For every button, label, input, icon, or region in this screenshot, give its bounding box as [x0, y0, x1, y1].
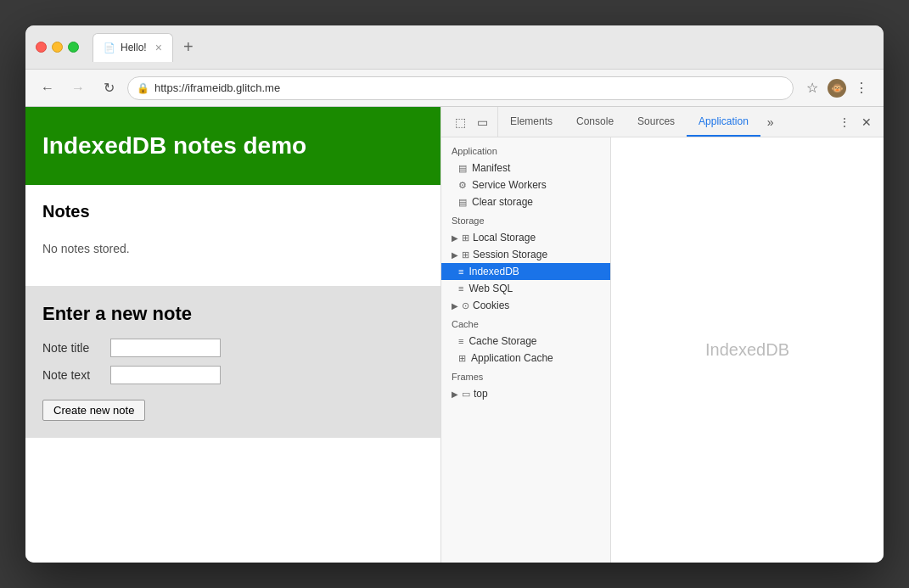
- lock-icon: 🔒: [137, 82, 149, 94]
- tab-console[interactable]: Console: [564, 107, 626, 137]
- devtools-sidebar: Application ▤ Manifest ⚙ Service Workers…: [441, 137, 611, 563]
- webpage: IndexedDB notes demo Notes No notes stor…: [25, 107, 441, 563]
- nav-bar: ← → ↻ 🔒 https://iframeidb.glitch.me ☆ 🐵 …: [25, 70, 884, 107]
- main-area: IndexedDB notes demo Notes No notes stor…: [25, 107, 884, 563]
- local-storage-label: Local Storage: [473, 232, 536, 244]
- indexeddb-icon: ≡: [458, 266, 463, 277]
- local-storage-icon: ⊞: [462, 232, 469, 244]
- notes-section-title: Notes: [42, 202, 424, 221]
- browser-menu-icon[interactable]: ⋮: [850, 76, 873, 100]
- no-notes-text: No notes stored.: [42, 235, 424, 269]
- tab-sources[interactable]: Sources: [626, 107, 687, 137]
- bookmark-icon[interactable]: ☆: [800, 76, 824, 100]
- note-title-input[interactable]: [110, 339, 221, 357]
- minimize-button[interactable]: [52, 42, 63, 53]
- new-tab-button[interactable]: +: [177, 36, 200, 59]
- traffic-lights: [36, 42, 79, 53]
- address-bar[interactable]: 🔒 https://iframeidb.glitch.me: [127, 76, 794, 100]
- top-frame-icon: ▭: [462, 389, 470, 400]
- title-bar: 📄 Hello! × +: [25, 25, 884, 70]
- service-workers-icon: ⚙: [458, 180, 467, 191]
- close-button[interactable]: [36, 42, 47, 53]
- top-frame-expand-icon: ▶: [452, 389, 458, 399]
- storage-section-header: Storage: [441, 210, 610, 229]
- tab-elements[interactable]: Elements: [498, 107, 564, 137]
- devtools-actions: ⋮ ✕: [831, 112, 880, 132]
- session-storage-label: Session Storage: [473, 249, 547, 260]
- cache-section-header: Cache: [441, 314, 610, 333]
- create-note-button[interactable]: Create new note: [42, 400, 145, 421]
- new-note-section: Enter a new note Note title Note text Cr…: [25, 286, 440, 438]
- sidebar-item-application-cache[interactable]: ⊞ Application Cache: [441, 350, 610, 367]
- tab-title: Hello!: [121, 42, 147, 53]
- devtools-body: Application ▤ Manifest ⚙ Service Workers…: [441, 137, 884, 563]
- sidebar-item-indexeddb[interactable]: ≡ IndexedDB: [441, 263, 610, 280]
- cache-storage-icon: ≡: [458, 336, 463, 346]
- browser-tab[interactable]: 📄 Hello! ×: [93, 33, 173, 62]
- application-section-header: Application: [441, 141, 610, 160]
- note-text-input[interactable]: [110, 366, 221, 384]
- sidebar-item-session-storage[interactable]: ▶ ⊞ Session Storage: [441, 246, 610, 263]
- sidebar-item-local-storage[interactable]: ▶ ⊞ Local Storage: [441, 229, 610, 246]
- sidebar-item-top-frame[interactable]: ▶ ▭ top: [441, 385, 610, 402]
- cookies-expand-icon: ▶: [452, 301, 458, 311]
- sidebar-item-web-sql[interactable]: ≡ Web SQL: [441, 280, 610, 297]
- sidebar-item-clear-storage[interactable]: ▤ Clear storage: [441, 193, 610, 210]
- sidebar-item-service-workers[interactable]: ⚙ Service Workers: [441, 176, 610, 193]
- note-title-row: Note title: [42, 339, 424, 357]
- sidebar-item-manifest[interactable]: ▤ Manifest: [441, 160, 610, 176]
- indexeddb-label: IndexedDB: [469, 266, 519, 277]
- devtools-placeholder: IndexedDB: [705, 340, 789, 360]
- cookies-label: Cookies: [473, 300, 509, 311]
- maximize-button[interactable]: [68, 42, 79, 53]
- device-toggle-icon[interactable]: ▭: [472, 112, 492, 132]
- clear-storage-icon: ▤: [458, 197, 467, 208]
- sidebar-item-cookies[interactable]: ▶ ⊙ Cookies: [441, 297, 610, 314]
- note-text-row: Note text: [42, 366, 424, 384]
- web-sql-icon: ≡: [458, 283, 463, 294]
- back-button[interactable]: ←: [36, 76, 59, 100]
- application-cache-icon: ⊞: [458, 353, 466, 364]
- devtools-settings-icon[interactable]: ⋮: [834, 112, 855, 132]
- tab-bar: 📄 Hello! × +: [93, 33, 873, 62]
- sidebar-item-cache-storage[interactable]: ≡ Cache Storage: [441, 333, 610, 350]
- service-workers-label: Service Workers: [472, 179, 547, 191]
- devtools-toolbar: ⬚ ▭ Elements Console Sources Application: [441, 107, 884, 137]
- session-storage-expand-icon: ▶: [452, 250, 458, 260]
- local-storage-expand-icon: ▶: [452, 233, 458, 243]
- form-title: Enter a new note: [42, 303, 424, 325]
- devtools-tabs: Elements Console Sources Application »: [498, 107, 831, 137]
- nav-icons: ☆ 🐵 ⋮: [800, 76, 873, 100]
- reload-button[interactable]: ↻: [97, 76, 121, 100]
- note-title-label: Note title: [42, 341, 110, 355]
- devtools-main-content: IndexedDB: [611, 137, 884, 563]
- page-body: Notes No notes stored.: [25, 185, 440, 286]
- url-text: https://iframeidb.glitch.me: [154, 81, 784, 94]
- page-header: IndexedDB notes demo: [25, 107, 440, 185]
- devtools-close-icon[interactable]: ✕: [856, 112, 877, 132]
- tab-application[interactable]: Application: [687, 107, 760, 137]
- top-frame-label: top: [474, 388, 488, 400]
- application-cache-label: Application Cache: [471, 352, 553, 364]
- page-title: IndexedDB notes demo: [42, 132, 424, 160]
- more-tabs-button[interactable]: »: [760, 115, 781, 129]
- manifest-label: Manifest: [472, 162, 510, 174]
- frames-section-header: Frames: [441, 367, 610, 385]
- manifest-icon: ▤: [458, 163, 467, 174]
- clear-storage-label: Clear storage: [472, 196, 533, 208]
- devtools-panel: ⬚ ▭ Elements Console Sources Application: [441, 107, 884, 563]
- web-sql-label: Web SQL: [469, 283, 513, 294]
- cache-storage-label: Cache Storage: [469, 335, 536, 347]
- cookies-icon: ⊙: [462, 300, 469, 311]
- tab-close-button[interactable]: ×: [155, 41, 162, 54]
- note-text-label: Note text: [42, 368, 110, 382]
- devtools-tool-icons: ⬚ ▭: [445, 107, 498, 137]
- browser-window: 📄 Hello! × + ← → ↻ 🔒 https://iframeidb.g…: [25, 25, 884, 563]
- tab-favicon-icon: 📄: [104, 42, 115, 53]
- session-storage-icon: ⊞: [462, 249, 469, 260]
- inspect-element-icon[interactable]: ⬚: [450, 112, 470, 132]
- forward-button[interactable]: →: [66, 76, 90, 100]
- profile-avatar[interactable]: 🐵: [828, 79, 846, 98]
